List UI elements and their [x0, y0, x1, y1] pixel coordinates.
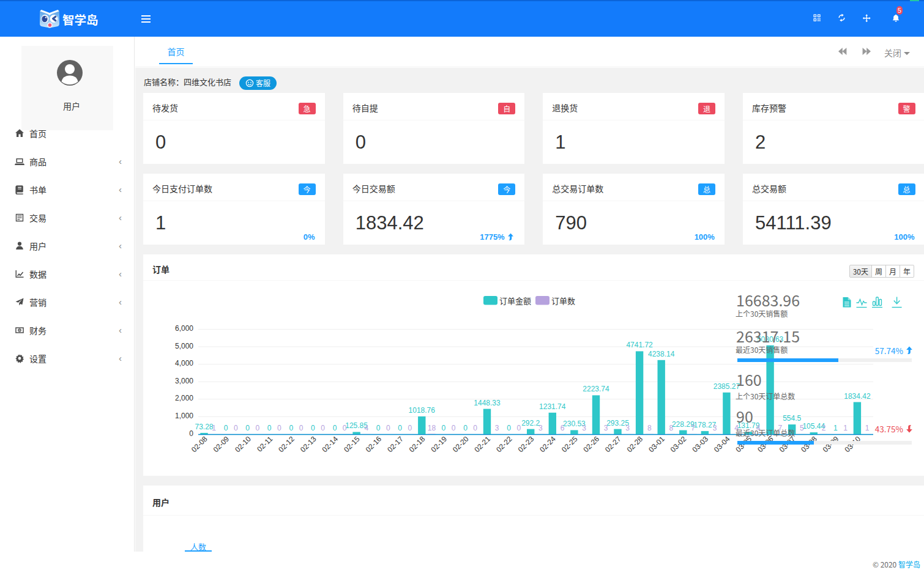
- svg-text:02-20: 02-20: [451, 434, 471, 454]
- svg-text:0: 0: [321, 424, 325, 432]
- svg-text:02-22: 02-22: [494, 434, 514, 454]
- svg-text:3: 3: [625, 424, 630, 432]
- svg-text:0: 0: [333, 424, 337, 432]
- svg-text:0: 0: [299, 424, 304, 432]
- svg-text:2,000: 2,000: [175, 394, 193, 402]
- svg-text:0: 0: [256, 424, 260, 432]
- svg-text:8: 8: [647, 424, 652, 432]
- svg-text:1: 1: [843, 424, 848, 432]
- svg-text:02-17: 02-17: [386, 434, 405, 454]
- svg-text:0: 0: [463, 424, 468, 432]
- svg-text:0: 0: [442, 424, 446, 432]
- svg-text:0: 0: [516, 424, 521, 432]
- svg-text:0: 0: [507, 424, 511, 432]
- svg-text:02-16: 02-16: [364, 434, 384, 454]
- svg-text:6,000: 6,000: [175, 324, 193, 333]
- svg-text:0: 0: [398, 424, 402, 432]
- svg-text:02-15: 02-15: [342, 434, 362, 454]
- svg-text:02-21: 02-21: [473, 434, 493, 454]
- svg-text:0: 0: [277, 424, 281, 432]
- svg-text:18: 18: [428, 424, 436, 432]
- svg-text:0: 0: [245, 424, 250, 432]
- svg-text:0: 0: [452, 424, 456, 432]
- svg-text:0: 0: [473, 424, 477, 432]
- svg-text:02-13: 02-13: [299, 434, 318, 454]
- svg-text:02-25: 02-25: [560, 434, 579, 454]
- svg-text:02-23: 02-23: [516, 434, 536, 454]
- svg-text:3: 3: [713, 424, 717, 432]
- svg-text:4741.72: 4741.72: [626, 341, 653, 349]
- svg-text:5,000: 5,000: [175, 342, 193, 350]
- svg-text:02-18: 02-18: [408, 434, 427, 454]
- svg-text:02-24: 02-24: [538, 434, 557, 454]
- svg-text:73.28: 73.28: [195, 423, 213, 431]
- svg-text:0: 0: [386, 424, 390, 432]
- svg-text:03-01: 03-01: [647, 434, 666, 454]
- svg-text:1,000: 1,000: [175, 412, 193, 420]
- svg-text:4: 4: [364, 424, 368, 432]
- svg-text:02-09: 02-09: [212, 434, 231, 454]
- svg-text:02-26: 02-26: [582, 434, 602, 454]
- svg-text:0: 0: [376, 424, 381, 432]
- svg-text:1: 1: [865, 424, 870, 432]
- svg-text:订单金额: 订单金额: [499, 297, 531, 306]
- svg-text:03-02: 03-02: [669, 434, 688, 454]
- svg-text:3: 3: [538, 424, 543, 432]
- svg-text:0: 0: [289, 424, 293, 432]
- svg-text:3: 3: [582, 424, 586, 432]
- svg-text:0: 0: [189, 429, 193, 438]
- svg-text:0: 0: [408, 424, 412, 432]
- svg-text:02-10: 02-10: [233, 434, 253, 454]
- svg-text:1231.74: 1231.74: [539, 402, 566, 411]
- svg-text:02-27: 02-27: [603, 434, 623, 454]
- svg-text:2223.74: 2223.74: [583, 385, 609, 393]
- svg-text:订单数: 订单数: [551, 297, 575, 306]
- svg-text:1448.33: 1448.33: [474, 399, 501, 407]
- svg-text:554.5: 554.5: [783, 414, 801, 423]
- svg-text:1018.76: 1018.76: [409, 406, 436, 415]
- svg-text:1: 1: [212, 424, 216, 432]
- svg-text:02-14: 02-14: [321, 434, 340, 454]
- svg-text:02-19: 02-19: [429, 434, 449, 454]
- svg-text:3: 3: [495, 424, 499, 432]
- svg-text:3,000: 3,000: [175, 377, 193, 385]
- svg-text:4238.14: 4238.14: [648, 350, 675, 358]
- svg-text:2: 2: [822, 424, 826, 432]
- svg-text:0: 0: [224, 424, 228, 432]
- svg-text:0: 0: [311, 424, 315, 432]
- svg-text:03-04: 03-04: [712, 434, 732, 454]
- svg-text:4,000: 4,000: [175, 359, 193, 368]
- svg-text:02-28: 02-28: [625, 434, 645, 454]
- svg-text:02-11: 02-11: [255, 434, 274, 453]
- svg-text:1: 1: [833, 424, 838, 432]
- svg-text:1834.42: 1834.42: [844, 392, 871, 401]
- svg-text:0: 0: [234, 424, 238, 432]
- svg-text:03-03: 03-03: [690, 434, 710, 454]
- svg-text:292.2: 292.2: [521, 419, 540, 427]
- svg-text:02-12: 02-12: [277, 434, 296, 454]
- svg-text:0: 0: [267, 424, 272, 432]
